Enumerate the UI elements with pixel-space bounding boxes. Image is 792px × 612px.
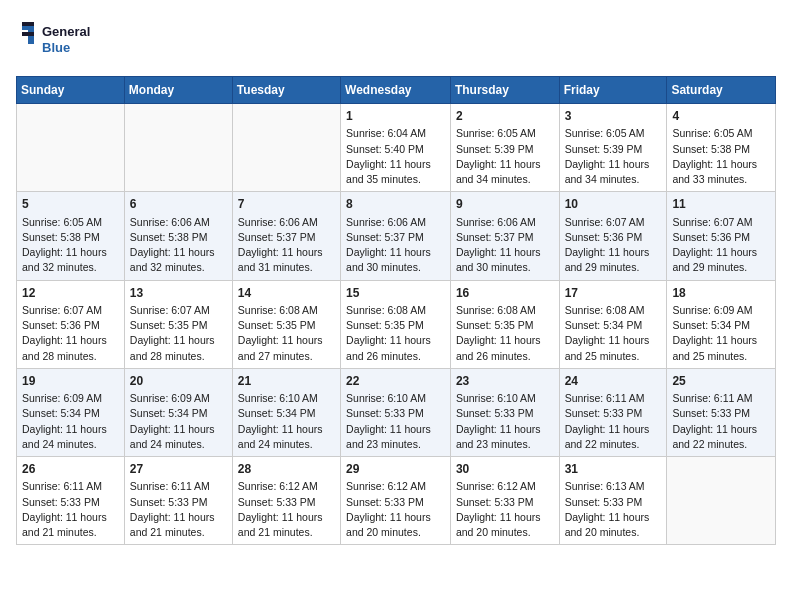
day-info-line: Sunset: 5:33 PM [456, 495, 554, 510]
day-info-line: Daylight: 11 hours and 26 minutes. [346, 333, 445, 363]
calendar-cell: 13Sunrise: 6:07 AMSunset: 5:35 PMDayligh… [124, 280, 232, 368]
day-info-line: Daylight: 11 hours and 29 minutes. [565, 245, 662, 275]
day-info-line: Sunset: 5:35 PM [238, 318, 335, 333]
calendar-cell: 6Sunrise: 6:06 AMSunset: 5:38 PMDaylight… [124, 192, 232, 280]
day-info-line: Sunset: 5:36 PM [565, 230, 662, 245]
day-info-line: Sunrise: 6:11 AM [22, 479, 119, 494]
day-info-line: Daylight: 11 hours and 22 minutes. [672, 422, 770, 452]
day-header-monday: Monday [124, 77, 232, 104]
day-info-line: Sunrise: 6:13 AM [565, 479, 662, 494]
day-info-line: Daylight: 11 hours and 20 minutes. [346, 510, 445, 540]
day-info-line: Daylight: 11 hours and 29 minutes. [672, 245, 770, 275]
day-info-line: Sunrise: 6:05 AM [456, 126, 554, 141]
day-number: 12 [22, 285, 119, 302]
day-info-line: Sunset: 5:37 PM [346, 230, 445, 245]
day-info-line: Daylight: 11 hours and 20 minutes. [565, 510, 662, 540]
day-number: 4 [672, 108, 770, 125]
day-number: 20 [130, 373, 227, 390]
calendar-week-2: 5Sunrise: 6:05 AMSunset: 5:38 PMDaylight… [17, 192, 776, 280]
day-info-line: Sunset: 5:35 PM [346, 318, 445, 333]
day-info-line: Daylight: 11 hours and 32 minutes. [22, 245, 119, 275]
calendar-cell: 1Sunrise: 6:04 AMSunset: 5:40 PMDaylight… [341, 104, 451, 192]
day-number: 30 [456, 461, 554, 478]
day-number: 29 [346, 461, 445, 478]
day-info-line: Daylight: 11 hours and 24 minutes. [130, 422, 227, 452]
day-number: 31 [565, 461, 662, 478]
day-header-saturday: Saturday [667, 77, 776, 104]
day-info-line: Daylight: 11 hours and 34 minutes. [565, 157, 662, 187]
day-number: 18 [672, 285, 770, 302]
day-info-line: Sunrise: 6:08 AM [565, 303, 662, 318]
calendar-cell: 17Sunrise: 6:08 AMSunset: 5:34 PMDayligh… [559, 280, 667, 368]
day-info-line: Sunrise: 6:06 AM [130, 215, 227, 230]
day-number: 6 [130, 196, 227, 213]
day-info-line: Daylight: 11 hours and 30 minutes. [346, 245, 445, 275]
day-info-line: Daylight: 11 hours and 25 minutes. [672, 333, 770, 363]
calendar-cell: 26Sunrise: 6:11 AMSunset: 5:33 PMDayligh… [17, 457, 125, 545]
calendar-cell: 19Sunrise: 6:09 AMSunset: 5:34 PMDayligh… [17, 368, 125, 456]
day-info-line: Daylight: 11 hours and 30 minutes. [456, 245, 554, 275]
day-info-line: Sunset: 5:37 PM [238, 230, 335, 245]
day-number: 19 [22, 373, 119, 390]
day-info-line: Sunset: 5:35 PM [130, 318, 227, 333]
calendar-cell: 29Sunrise: 6:12 AMSunset: 5:33 PMDayligh… [341, 457, 451, 545]
day-info-line: Sunrise: 6:07 AM [22, 303, 119, 318]
day-info-line: Sunset: 5:33 PM [456, 406, 554, 421]
calendar-header: SundayMondayTuesdayWednesdayThursdayFrid… [17, 77, 776, 104]
day-info-line: Sunrise: 6:11 AM [672, 391, 770, 406]
day-info-line: Sunset: 5:38 PM [130, 230, 227, 245]
day-info-line: Sunrise: 6:05 AM [22, 215, 119, 230]
calendar-cell: 10Sunrise: 6:07 AMSunset: 5:36 PMDayligh… [559, 192, 667, 280]
day-info-line: Daylight: 11 hours and 33 minutes. [672, 157, 770, 187]
day-number: 16 [456, 285, 554, 302]
day-number: 15 [346, 285, 445, 302]
day-info-line: Daylight: 11 hours and 28 minutes. [130, 333, 227, 363]
logo-svg: General Blue [16, 16, 96, 64]
day-info-line: Sunrise: 6:08 AM [456, 303, 554, 318]
calendar-cell: 12Sunrise: 6:07 AMSunset: 5:36 PMDayligh… [17, 280, 125, 368]
day-info-line: Daylight: 11 hours and 23 minutes. [346, 422, 445, 452]
day-header-wednesday: Wednesday [341, 77, 451, 104]
day-info-line: Sunrise: 6:10 AM [346, 391, 445, 406]
logo: General Blue [16, 16, 96, 64]
calendar-cell: 3Sunrise: 6:05 AMSunset: 5:39 PMDaylight… [559, 104, 667, 192]
calendar-week-3: 12Sunrise: 6:07 AMSunset: 5:36 PMDayligh… [17, 280, 776, 368]
day-number: 14 [238, 285, 335, 302]
day-info-line: Sunset: 5:36 PM [22, 318, 119, 333]
calendar-cell: 24Sunrise: 6:11 AMSunset: 5:33 PMDayligh… [559, 368, 667, 456]
day-info-line: Sunset: 5:38 PM [672, 142, 770, 157]
calendar-cell: 15Sunrise: 6:08 AMSunset: 5:35 PMDayligh… [341, 280, 451, 368]
calendar-cell: 28Sunrise: 6:12 AMSunset: 5:33 PMDayligh… [232, 457, 340, 545]
day-info-line: Sunset: 5:34 PM [238, 406, 335, 421]
day-info-line: Daylight: 11 hours and 24 minutes. [22, 422, 119, 452]
day-number: 2 [456, 108, 554, 125]
day-number: 26 [22, 461, 119, 478]
day-info-line: Daylight: 11 hours and 24 minutes. [238, 422, 335, 452]
calendar-cell: 23Sunrise: 6:10 AMSunset: 5:33 PMDayligh… [450, 368, 559, 456]
calendar-cell [232, 104, 340, 192]
day-info-line: Daylight: 11 hours and 34 minutes. [456, 157, 554, 187]
day-info-line: Sunset: 5:34 PM [672, 318, 770, 333]
calendar-cell: 22Sunrise: 6:10 AMSunset: 5:33 PMDayligh… [341, 368, 451, 456]
day-info-line: Daylight: 11 hours and 21 minutes. [130, 510, 227, 540]
day-header-thursday: Thursday [450, 77, 559, 104]
day-info-line: Sunset: 5:37 PM [456, 230, 554, 245]
day-number: 13 [130, 285, 227, 302]
calendar-cell: 16Sunrise: 6:08 AMSunset: 5:35 PMDayligh… [450, 280, 559, 368]
day-info-line: Sunset: 5:33 PM [130, 495, 227, 510]
calendar-week-1: 1Sunrise: 6:04 AMSunset: 5:40 PMDaylight… [17, 104, 776, 192]
calendar-week-4: 19Sunrise: 6:09 AMSunset: 5:34 PMDayligh… [17, 368, 776, 456]
day-info-line: Sunrise: 6:12 AM [346, 479, 445, 494]
day-info-line: Daylight: 11 hours and 23 minutes. [456, 422, 554, 452]
calendar-cell: 14Sunrise: 6:08 AMSunset: 5:35 PMDayligh… [232, 280, 340, 368]
calendar-cell: 9Sunrise: 6:06 AMSunset: 5:37 PMDaylight… [450, 192, 559, 280]
day-number: 25 [672, 373, 770, 390]
day-info-line: Sunset: 5:35 PM [456, 318, 554, 333]
day-header-tuesday: Tuesday [232, 77, 340, 104]
calendar-cell: 20Sunrise: 6:09 AMSunset: 5:34 PMDayligh… [124, 368, 232, 456]
day-info-line: Sunrise: 6:06 AM [238, 215, 335, 230]
svg-text:Blue: Blue [42, 40, 70, 55]
day-info-line: Sunset: 5:33 PM [565, 495, 662, 510]
day-info-line: Sunset: 5:33 PM [238, 495, 335, 510]
day-info-line: Sunrise: 6:08 AM [346, 303, 445, 318]
